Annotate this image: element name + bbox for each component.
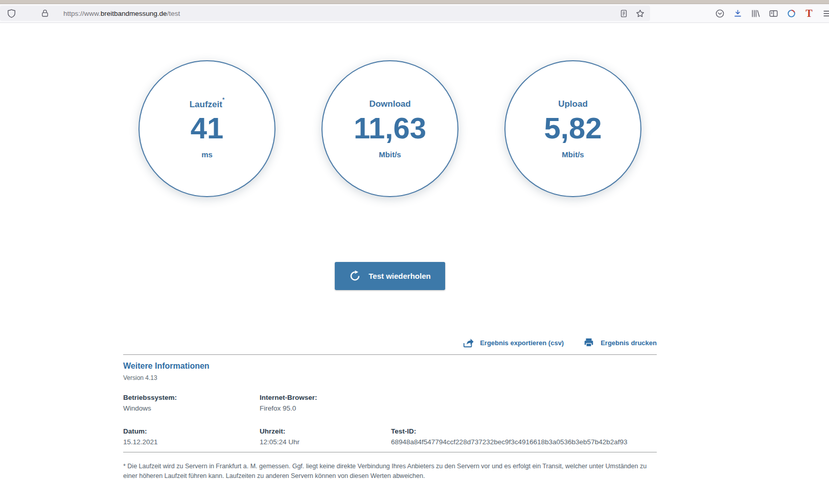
download-label: Download bbox=[369, 99, 410, 109]
downloads-icon[interactable] bbox=[731, 7, 744, 19]
field-test-id: Test-ID: 68948a84f547794ccf228d737232bec… bbox=[391, 427, 657, 446]
divider-bottom bbox=[123, 452, 657, 452]
field-time-label: Uhrzeit: bbox=[260, 427, 391, 435]
further-information-section: Weitere Informationen Version 4.13 Betri… bbox=[123, 362, 657, 446]
field-time: Uhrzeit: 12:05:24 Uhr bbox=[260, 427, 391, 446]
version-text: Version 4.13 bbox=[123, 374, 657, 381]
repeat-test-button[interactable]: Test wiederholen bbox=[335, 262, 445, 290]
refresh-icon bbox=[349, 270, 361, 282]
bookmark-star-icon[interactable] bbox=[634, 7, 646, 19]
download-unit: Mbit/s bbox=[379, 150, 401, 159]
field-date-value: 15.12.2021 bbox=[123, 438, 260, 446]
info-grid: Betriebssystem: Windows Internet-Browser… bbox=[123, 394, 657, 446]
upload-circle: Upload 5,82 Mbit/s bbox=[504, 60, 641, 197]
divider-top bbox=[123, 354, 657, 355]
print-result-label: Ergebnis drucken bbox=[601, 339, 657, 347]
export-icon bbox=[463, 337, 474, 348]
latency-footnote-marker: * bbox=[222, 97, 224, 103]
latency-footnote: * Die Laufzeit wird zu Servern in Frankf… bbox=[123, 462, 657, 481]
field-browser-label: Internet-Browser: bbox=[260, 394, 391, 401]
download-circle: Download 11,63 Mbit/s bbox=[321, 60, 458, 197]
reader-mode-icon[interactable] bbox=[617, 7, 630, 19]
extension-donut-icon[interactable] bbox=[785, 7, 797, 19]
latency-unit: ms bbox=[201, 150, 213, 159]
browser-toolbar: https://www.breitbandmessung.de/test bbox=[0, 4, 829, 23]
library-icon[interactable] bbox=[749, 7, 762, 19]
field-os-label: Betriebssystem: bbox=[123, 394, 260, 401]
latency-circle: Laufzeit* 41 ms bbox=[139, 60, 275, 197]
upload-unit: Mbit/s bbox=[562, 150, 584, 159]
toolbar-icon-group: T bbox=[713, 6, 829, 21]
url-path: /test bbox=[167, 10, 180, 17]
latency-value: 41 bbox=[191, 113, 224, 143]
url-text[interactable]: https://www.breitbandmessung.de/test bbox=[63, 10, 180, 17]
field-date: Datum: 15.12.2021 bbox=[123, 427, 260, 446]
url-domain: breitbandmessung.de bbox=[101, 10, 167, 17]
export-result-link[interactable]: Ergebnis exportieren (csv) bbox=[463, 337, 564, 348]
field-os: Betriebssystem: Windows bbox=[123, 394, 260, 412]
sidebar-icon[interactable] bbox=[767, 7, 779, 19]
field-time-value: 12:05:24 Uhr bbox=[260, 438, 391, 446]
result-circles: Laufzeit* 41 ms Download 11,63 Mbit/s Up… bbox=[0, 23, 780, 197]
field-browser: Internet-Browser: Firefox 95.0 bbox=[260, 394, 391, 412]
menu-hamburger-icon[interactable] bbox=[821, 7, 829, 19]
upload-label: Upload bbox=[558, 99, 588, 109]
download-value: 11,63 bbox=[354, 113, 426, 143]
field-test-id-value: 68948a84f547794ccf228d737232bec9f3c49166… bbox=[391, 438, 657, 446]
speedtest-result-page: Laufzeit* 41 ms Download 11,63 Mbit/s Up… bbox=[0, 23, 780, 481]
field-date-label: Datum: bbox=[123, 427, 260, 435]
extension-t-icon[interactable]: T bbox=[803, 7, 815, 19]
url-bar[interactable]: https://www.breitbandmessung.de/test bbox=[0, 6, 650, 21]
printer-icon bbox=[583, 337, 594, 348]
further-information-heading: Weitere Informationen bbox=[123, 362, 657, 371]
window-titlebar-strip bbox=[0, 0, 829, 4]
upload-value: 5,82 bbox=[544, 113, 602, 143]
extension-t-letter: T bbox=[805, 8, 812, 18]
repeat-test-label: Test wiederholen bbox=[369, 272, 430, 280]
print-result-link[interactable]: Ergebnis drucken bbox=[583, 337, 657, 348]
tracking-shield-icon[interactable] bbox=[5, 7, 17, 19]
field-test-id-label: Test-ID: bbox=[391, 427, 657, 435]
url-scheme: https://www. bbox=[63, 10, 101, 17]
field-os-value: Windows bbox=[123, 404, 260, 412]
field-browser-value: Firefox 95.0 bbox=[260, 404, 391, 412]
export-result-label: Ergebnis exportieren (csv) bbox=[480, 339, 564, 347]
latency-label: Laufzeit* bbox=[190, 99, 225, 110]
lock-icon[interactable] bbox=[39, 7, 51, 19]
pocket-icon[interactable] bbox=[713, 7, 726, 19]
